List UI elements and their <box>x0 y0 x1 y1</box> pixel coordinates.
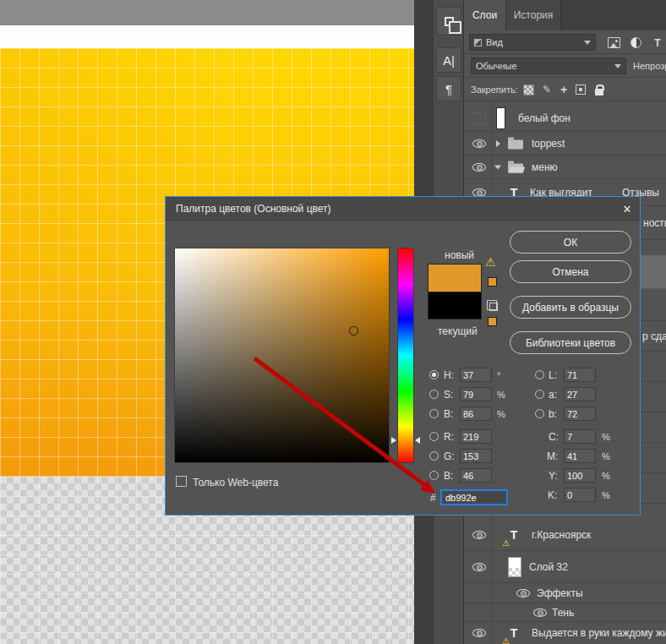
s-label: S: <box>444 389 453 401</box>
layer-row-shadow-effect[interactable]: Тень <box>464 603 666 622</box>
color-libraries-button[interactable]: Библиотеки цветов <box>510 331 631 354</box>
radio-b2[interactable] <box>429 471 439 480</box>
filter-adjustment-button[interactable] <box>628 36 643 49</box>
lab-b-input[interactable] <box>564 407 596 421</box>
b-unit: % <box>497 409 505 419</box>
web-safe-cube-icon[interactable] <box>489 303 498 311</box>
dialog-title-bar[interactable]: Палитра цветов (Основной цвет) <box>166 197 640 221</box>
eye-icon[interactable] <box>533 609 547 617</box>
layer-filter-dropdown[interactable]: Вид <box>469 34 596 51</box>
lock-artboard-button[interactable] <box>574 83 587 96</box>
c-input[interactable] <box>564 429 596 444</box>
chevron-right-icon[interactable] <box>496 140 500 147</box>
hue-slider[interactable] <box>397 248 414 463</box>
saturation-brightness-field[interactable] <box>174 248 390 463</box>
ok-button[interactable]: ОК <box>510 231 631 254</box>
gamut-swatch[interactable] <box>488 277 497 287</box>
new-color-swatch <box>428 264 482 292</box>
hex-input[interactable] <box>440 489 508 505</box>
layer-row-white-bg[interactable]: белый фон <box>464 105 666 132</box>
l-label: L: <box>549 369 557 381</box>
tab-history[interactable]: История <box>505 0 561 30</box>
dialog-title: Палитра цветов (Основной цвет) <box>176 203 331 215</box>
eye-icon[interactable] <box>472 163 486 172</box>
layer-thumbnail[interactable] <box>508 557 521 577</box>
g-label: G: <box>444 450 455 462</box>
radio-h[interactable] <box>429 370 439 379</box>
layer-name: белый фон <box>518 112 570 124</box>
eye-icon[interactable] <box>472 188 486 197</box>
radio-a[interactable] <box>535 390 544 399</box>
paragraph-panel-button[interactable]: ¶ <box>436 76 461 101</box>
hex-label: # <box>430 492 436 504</box>
eye-icon[interactable] <box>472 629 486 637</box>
web-colors-checkbox[interactable] <box>176 476 187 487</box>
eye-icon[interactable] <box>472 139 486 148</box>
m-input[interactable] <box>564 449 596 463</box>
radio-lab-b[interactable] <box>535 409 544 418</box>
open-folder-icon <box>508 163 523 172</box>
radio-r[interactable] <box>429 432 439 441</box>
eye-icon[interactable] <box>516 589 530 598</box>
filter-image-button[interactable] <box>606 36 621 49</box>
layer-row-menu[interactable]: меню <box>464 156 666 179</box>
photoshop-window: А| ¶ Слои История Вид <box>0 0 666 644</box>
k-input[interactable] <box>564 488 596 502</box>
m-label: M: <box>547 450 558 462</box>
layer-name: р сдае <box>642 330 666 342</box>
m-unit: % <box>602 451 610 461</box>
layer-row-sloy-32[interactable]: Слой 32 <box>464 551 666 583</box>
s-input[interactable] <box>460 387 492 401</box>
blend-mode-dropdown[interactable]: Обычные <box>471 57 626 74</box>
radio-s[interactable] <box>429 390 439 399</box>
a-input[interactable] <box>564 387 596 401</box>
lock-transparency-button[interactable] <box>521 83 535 96</box>
layer-thumbnail[interactable] <box>496 107 505 129</box>
current-color-swatch <box>428 292 482 319</box>
l-input[interactable] <box>564 368 596 382</box>
layer-row-effects[interactable]: Эффекты <box>464 583 666 603</box>
add-to-swatches-button[interactable]: Добавить в образцы <box>510 296 631 319</box>
cancel-button[interactable]: Отмена <box>510 260 631 283</box>
a-label: a: <box>549 389 557 401</box>
h-input[interactable] <box>460 368 492 382</box>
gamut-warning-icon[interactable] <box>485 256 496 268</box>
radio-b[interactable] <box>429 409 439 418</box>
r-input[interactable] <box>460 429 492 444</box>
lock-position-button[interactable] <box>557 83 570 96</box>
b-label: B: <box>444 408 453 420</box>
layer-row-toppest[interactable]: toppest <box>464 132 666 156</box>
hue-slider-arrow-right[interactable] <box>415 437 420 444</box>
hue-slider-arrow-left[interactable] <box>391 437 396 444</box>
web-safe-swatch[interactable] <box>488 317 497 326</box>
color-field-marker[interactable] <box>349 326 358 336</box>
layer-row-krasnoyarsk[interactable]: г.Красноярск <box>464 519 666 551</box>
g-input[interactable] <box>460 449 492 463</box>
radio-l[interactable] <box>535 370 544 379</box>
radio-g[interactable] <box>429 451 439 461</box>
tab-layers[interactable]: Слои <box>464 0 505 30</box>
lock-all-button[interactable] <box>592 83 606 96</box>
tab-layers-label: Слои <box>472 9 497 21</box>
pasteboard <box>0 0 414 25</box>
close-button[interactable]: ✕ <box>614 197 640 221</box>
lab-b-label: b: <box>549 408 557 420</box>
color-picker-dialog: Палитра цветов (Основной цвет) ✕ новый т… <box>165 196 641 516</box>
clone-panel-button[interactable] <box>436 7 461 35</box>
y-input[interactable] <box>564 468 596 483</box>
transparency-lock-icon <box>523 85 534 96</box>
eye-icon[interactable] <box>472 531 486 539</box>
blend-mode-value: Обычные <box>476 61 517 71</box>
filter-type-button[interactable] <box>650 36 665 49</box>
eye-icon[interactable] <box>472 563 486 571</box>
layer-name: Слой 32 <box>529 561 568 573</box>
visibility-off-box[interactable] <box>472 112 486 124</box>
chevron-down-icon[interactable] <box>494 165 501 169</box>
lock-pixels-button[interactable] <box>540 83 554 96</box>
artboard-lock-icon <box>576 85 586 95</box>
canvas-white-band[interactable] <box>0 25 414 48</box>
b2-input[interactable] <box>460 468 492 483</box>
character-panel-button[interactable]: А| <box>436 47 461 73</box>
b-input[interactable] <box>460 407 492 421</box>
layer-row-vydaetsya[interactable]: Выдается в руки каждому жите <box>464 622 666 644</box>
